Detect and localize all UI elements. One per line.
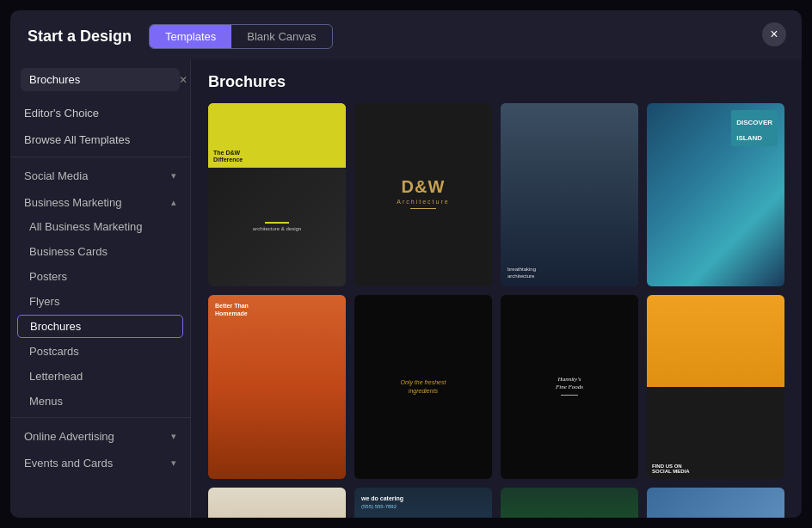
chevron-down-icon-2: ▾ [171, 431, 176, 442]
template-card-8[interactable]: FIND US ONSOCIAL MEDIA [647, 295, 784, 478]
template-card-12[interactable]: TRUE NEW HOMEWe can help you find your d… [647, 488, 784, 518]
section-social-media-label: Social Media [24, 169, 88, 182]
template-card-9[interactable]: American Style Foodwith a European Twist [208, 488, 346, 518]
sidebar-item-business-cards[interactable]: Business Cards [10, 239, 190, 264]
close-button[interactable]: × [762, 22, 786, 46]
divider-2 [10, 417, 190, 418]
sidebar-item-posters[interactable]: Posters [10, 264, 190, 289]
section-events-cards-label: Events and Cards [24, 457, 113, 470]
section-business-marketing[interactable]: Business Marketing ▴ [10, 187, 190, 214]
template-card-4[interactable]: DISCOVERISLAND [647, 103, 784, 286]
template-card-5[interactable]: Better ThanHomemade [208, 295, 346, 478]
modal: Start a Design Templates Blank Canvas × … [10, 10, 802, 518]
section-social-media[interactable]: Social Media ▾ [10, 161, 190, 187]
templates-grid: The D&WDifference architecture & design [208, 103, 784, 518]
modal-header: Start a Design Templates Blank Canvas × [10, 10, 802, 59]
sidebar-item-flyers[interactable]: Flyers [10, 289, 190, 314]
tab-blank-canvas[interactable]: Blank Canvas [231, 25, 331, 48]
search-input[interactable] [29, 73, 174, 86]
section-events-cards[interactable]: Events and Cards ▾ [10, 448, 190, 475]
divider-1 [10, 157, 190, 157]
sidebar-item-postcards[interactable]: Postcards [10, 339, 190, 364]
modal-overlay: Start a Design Templates Blank Canvas × … [0, 0, 812, 528]
chevron-up-icon: ▴ [171, 197, 176, 208]
template-card-3[interactable]: breathtakingarchitecture [501, 103, 638, 286]
section-business-marketing-label: Business Marketing [24, 196, 121, 209]
template-card-1[interactable]: The D&WDifference architecture & design [208, 103, 346, 286]
sidebar-item-browse-all[interactable]: Browse All Templates [10, 126, 190, 153]
modal-body: ✕ 🔍 Editor's Choice Browse All Templates… [10, 59, 802, 518]
sidebar: ✕ 🔍 Editor's Choice Browse All Templates… [10, 59, 191, 518]
section-online-advertising[interactable]: Online Advertising ▾ [10, 421, 190, 448]
clear-icon[interactable]: ✕ [179, 74, 188, 86]
search-bar: ✕ 🔍 [21, 68, 180, 91]
section-online-advertising-label: Online Advertising [24, 430, 114, 443]
main-section-title: Brochures [208, 73, 784, 91]
main-content: Brochures The D&WDifference architecture [191, 59, 802, 518]
tab-templates[interactable]: Templates [150, 25, 231, 48]
tab-group: Templates Blank Canvas [149, 24, 332, 49]
template-card-6[interactable]: Only the freshestingredients [354, 295, 492, 478]
chevron-down-icon: ▾ [171, 170, 176, 181]
sidebar-item-brochures[interactable]: Brochures [17, 315, 183, 338]
sidebar-item-editors-choice[interactable]: Editor's Choice [10, 100, 190, 126]
template-card-2[interactable]: D&W Architecture [354, 103, 492, 286]
sidebar-item-menus[interactable]: Menus [10, 389, 190, 414]
sidebar-item-all-business[interactable]: All Business Marketing [10, 214, 190, 239]
template-card-11[interactable]: Always bestalways deliciousprepared with… [501, 488, 638, 518]
chevron-down-icon-3: ▾ [171, 457, 176, 469]
modal-title: Start a Design [28, 28, 132, 46]
sidebar-item-letterhead[interactable]: Letterhead [10, 364, 190, 389]
template-card-10[interactable]: we do catering (555) 555-7892 [354, 488, 492, 518]
template-card-7[interactable]: Hannity'sFine Foods [501, 295, 638, 478]
